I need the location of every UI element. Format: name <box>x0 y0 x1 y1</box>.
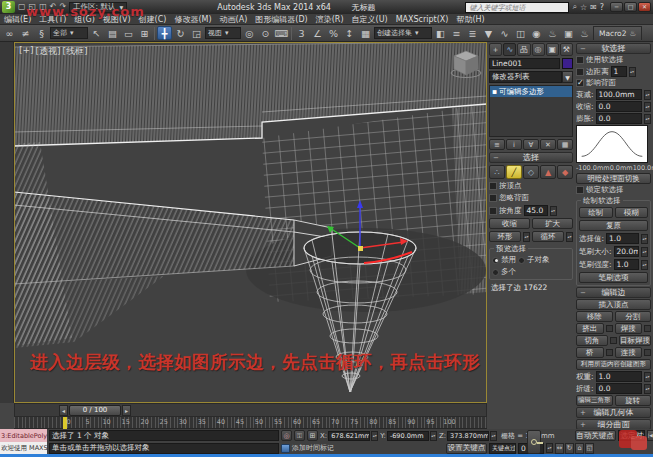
stack-item-editable-poly[interactable]: ▪ 可编辑多边形 <box>490 86 572 97</box>
brush-strength-field[interactable]: 1.0 <box>614 259 639 270</box>
rollout-selection[interactable]: − 选择 <box>489 152 573 163</box>
brush-options-button[interactable]: 笔刷选项 <box>579 272 648 283</box>
split-button[interactable]: 分割 <box>615 311 652 322</box>
connect-settings-icon[interactable] <box>644 349 651 356</box>
maxscript-mini-listener[interactable]: 欢迎使用 MAXSc <box>0 442 47 454</box>
time-slider-handle[interactable]: 0 / 100 <box>69 405 121 416</box>
auto-key-button[interactable]: 自动关键点 <box>575 430 616 441</box>
spinner-icon[interactable]: ▴▾ <box>430 431 437 441</box>
spinner-icon[interactable]: ▴▾ <box>644 114 651 124</box>
isolate-selection-icon[interactable]: ◎ <box>281 430 292 441</box>
curve-editor-icon[interactable]: ∿ <box>497 26 512 40</box>
spinner-icon[interactable]: ▴▾ <box>644 90 651 100</box>
select-and-rotate-icon[interactable]: ↻ <box>173 26 188 40</box>
configure-modifier-sets-icon[interactable]: ▦ <box>557 139 573 150</box>
communication-center-icon[interactable]: ✉ <box>590 3 597 12</box>
spinner-icon[interactable]: ▴▾ <box>550 206 557 216</box>
edge-distance-checkbox[interactable] <box>576 68 584 76</box>
menu-rendering[interactable]: 渲染(R) <box>312 14 348 25</box>
spinner-icon[interactable]: ▴▾ <box>644 384 651 394</box>
named-selection-dropdown[interactable]: 创建选择集 ▾ <box>374 27 432 39</box>
ring-spinner[interactable]: ▴▾ <box>523 232 530 242</box>
tab-hierarchy-icon[interactable]: 品 <box>517 43 530 56</box>
polygon-mode-icon[interactable]: ▲ <box>540 165 556 179</box>
zoom-extents-all-icon[interactable]: ⌂ <box>575 443 584 454</box>
maxscript-macro-recorder[interactable]: 3:EditablePoly <box>0 429 47 442</box>
select-and-scale-icon[interactable]: ◲ <box>189 26 204 40</box>
tab-modify-icon[interactable]: ∿ <box>503 43 516 56</box>
lock-soft-selection-checkbox[interactable] <box>576 186 584 194</box>
spinner-icon[interactable]: ▴▾ <box>641 260 648 270</box>
by-angle-checkbox[interactable] <box>489 207 497 215</box>
rectangular-selection-icon[interactable]: ▭ <box>121 26 136 40</box>
viewport-menu-shading[interactable]: [线框] <box>63 45 88 58</box>
edit-named-selection-sets-icon[interactable]: ▦ <box>358 26 373 40</box>
prev-frame-arrow[interactable]: ◂ <box>59 405 68 416</box>
minimize-button[interactable]: ─ <box>610 2 623 12</box>
border-mode-icon[interactable]: ◇ <box>523 165 539 179</box>
pin-stack-icon[interactable]: ≡ <box>489 139 505 150</box>
render-setup-icon[interactable]: ♨ <box>545 26 560 40</box>
bind-to-space-warp-icon[interactable]: § <box>34 26 49 40</box>
ring-button[interactable]: 环形 <box>489 231 521 242</box>
track-bar[interactable]: 05 1015 2025 3035 4045 5055 6065 7075 80… <box>14 417 487 429</box>
spinner-snap-icon[interactable]: ↕ <box>342 26 357 40</box>
preview-multiple-radio[interactable] <box>492 269 499 276</box>
align-icon[interactable]: ≡ <box>449 26 464 40</box>
absolute-offset-toggle-icon[interactable]: ⊞ <box>307 430 318 441</box>
use-soft-selection-checkbox[interactable] <box>576 56 584 64</box>
show-end-result-icon[interactable]: i <box>506 139 522 150</box>
edge-distance-field[interactable]: 1 <box>611 66 627 77</box>
bridge-button[interactable]: 桥 <box>576 347 604 358</box>
angle-snap-icon[interactable]: ∠ <box>310 26 325 40</box>
chamfer-button[interactable]: 切角 <box>576 335 608 346</box>
weight-field[interactable]: 1.0 <box>596 371 642 382</box>
brush-size-field[interactable]: 20.0mm <box>614 246 639 257</box>
falloff-field[interactable]: 100.0mm <box>596 89 642 100</box>
percent-snap-icon[interactable]: % <box>326 26 341 40</box>
schematic-view-icon[interactable]: ◫ <box>513 26 528 40</box>
vertex-mode-icon[interactable]: ∴ <box>489 165 505 179</box>
angle-value-field[interactable]: 45.0 <box>524 205 548 216</box>
mirror-icon[interactable]: ◧ <box>433 26 448 40</box>
maximize-button[interactable]: □ <box>624 2 637 12</box>
insert-vertex-button[interactable]: 插入顶点 <box>576 299 651 310</box>
infocenter-search-input[interactable] <box>465 2 569 13</box>
edit-triangulation-button[interactable]: 编辑三角形 <box>576 395 613 406</box>
object-color-swatch[interactable] <box>562 58 573 69</box>
rollout-edit-edges[interactable]: − 编辑边 <box>576 287 651 298</box>
extrude-button[interactable]: 挤出 <box>576 323 604 334</box>
edge-mode-icon[interactable]: ╱ <box>506 165 522 179</box>
pan-icon[interactable]: ↔ <box>555 443 564 454</box>
weld-settings-icon[interactable] <box>644 325 651 332</box>
select-and-manipulate-icon[interactable]: ⊙ <box>258 26 273 40</box>
next-frame-arrow[interactable]: ▸ <box>122 405 131 416</box>
x-value-field[interactable]: 678.621mm <box>328 431 370 441</box>
tab-motion-icon[interactable]: ◎ <box>532 43 545 56</box>
shaded-face-toggle-button[interactable]: 明暗处理面切换 <box>576 173 651 184</box>
shrink-button[interactable]: 收缩 <box>489 218 530 229</box>
create-shape-button[interactable]: 利用所选内容创建图形 <box>576 359 651 370</box>
modifier-list-dropdown[interactable]: 修改器列表 ▼ <box>489 71 573 83</box>
loop-button[interactable]: 循环 <box>532 231 564 242</box>
set-keys-big-button[interactable] <box>527 430 541 454</box>
reference-coordinate-dropdown[interactable]: 视图 ▾ <box>205 27 241 39</box>
search-icon[interactable]: ⌕ <box>572 2 576 12</box>
remove-button[interactable]: 移除 <box>576 311 613 322</box>
unlink-selection-icon[interactable]: ≠ <box>18 26 33 40</box>
spinner-icon[interactable]: ▴▾ <box>546 443 553 453</box>
revert-button[interactable]: 复原 <box>579 220 648 231</box>
macro2-tab[interactable]: Macro2 ♨ <box>593 26 642 40</box>
menu-modifiers[interactable]: 修改器(M) <box>170 14 215 25</box>
menu-animation[interactable]: 动画(A) <box>216 14 252 25</box>
spinner-icon[interactable]: ▴▾ <box>490 431 497 441</box>
layer-manager-icon[interactable]: ≣ <box>465 26 480 40</box>
render-production-icon[interactable]: ♨ <box>577 26 592 40</box>
chamfer-settings-icon[interactable] <box>610 337 617 344</box>
grow-button[interactable]: 扩大 <box>532 218 573 229</box>
affect-backfacing-checkbox[interactable] <box>576 79 584 87</box>
by-vertex-checkbox[interactable] <box>489 182 497 190</box>
close-button[interactable]: ✕ <box>638 2 651 12</box>
pinch-field[interactable]: 0.0 <box>596 101 642 112</box>
extrude-settings-icon[interactable] <box>606 325 613 332</box>
